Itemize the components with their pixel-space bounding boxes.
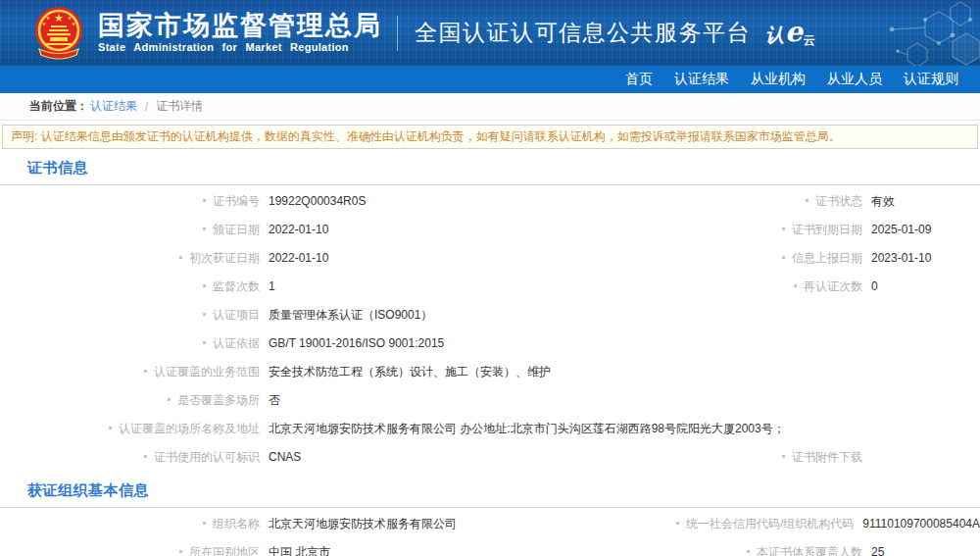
field-value-org-name: 北京天河地塬安防技术服务有限公司 bbox=[260, 510, 648, 538]
field-row: 认证覆盖的场所名称及地址 北京天河地塬安防技术服务有限公司 办公地址:北京市门头… bbox=[0, 415, 980, 443]
field-label-credit-code: 统一社会信用代码/组织机构代码 bbox=[648, 510, 854, 538]
field-row: 认证依据 GB/T 19001-2016/ISO 9001:2015 bbox=[0, 329, 980, 358]
bullet-icon bbox=[168, 398, 171, 401]
hexagon-pattern-decoration bbox=[774, 0, 980, 66]
cert-section-title: 证书信息 bbox=[27, 159, 88, 176]
label-text: 初次获证日期 bbox=[189, 251, 260, 265]
label-text: 证书附件下载 bbox=[792, 450, 862, 464]
field-row: 颁证日期 2022-01-10 证书到期日期 2025-01-09 bbox=[0, 216, 980, 244]
field-row: 认证覆盖的业务范围 安全技术防范工程（系统）设计、施工（安装）、维护 bbox=[0, 358, 980, 386]
main-nav: 首页 认证结果 从业机构 从业人员 认证规则 数 bbox=[0, 66, 980, 93]
field-row: 监督次数 1 再认证次数 0 bbox=[0, 273, 980, 301]
label-text: 认证依据 bbox=[213, 336, 260, 350]
bullet-icon bbox=[203, 341, 206, 344]
bullet-icon bbox=[109, 427, 112, 430]
field-row: 证书编号 19922Q00034R0S 证书状态 有效 bbox=[0, 187, 980, 216]
bullet-icon bbox=[782, 455, 785, 458]
field-label-people-covered: 本证书体系覆盖人数 bbox=[657, 538, 862, 556]
svg-text:★: ★ bbox=[72, 21, 76, 26]
nav-items: 首页 认证结果 从业机构 从业人员 认证规则 数 bbox=[625, 66, 980, 93]
field-value-business-scope: 安全技术防范工程（系统）设计、施工（安装）、维护 bbox=[260, 358, 980, 386]
field-value-recert-count: 0 bbox=[862, 273, 980, 301]
breadcrumb-link-cert-results[interactable]: 认证结果 bbox=[90, 98, 137, 115]
field-value-first-cert-date: 2022-01-10 bbox=[260, 244, 657, 273]
field-label-org-name: 组织名称 bbox=[0, 510, 260, 538]
bullet-icon bbox=[144, 370, 147, 373]
agency-title-block: 国家市场监督管理总局 State Administration for Mark… bbox=[98, 12, 382, 54]
label-text: 证书编号 bbox=[213, 194, 260, 208]
label-text: 认证项目 bbox=[213, 308, 260, 322]
bullet-icon bbox=[144, 455, 147, 458]
label-text: 监督次数 bbox=[213, 279, 260, 293]
nav-item-institutions[interactable]: 从业机构 bbox=[751, 71, 806, 88]
nav-item-practitioners[interactable]: 从业人员 bbox=[827, 71, 882, 88]
national-emblem-icon: ★ ★ ★ ★ ★ bbox=[32, 6, 85, 61]
org-section-title: 获证组织基本信息 bbox=[27, 481, 149, 498]
cert-fields: 证书编号 19922Q00034R0S 证书状态 有效 颁证日期 2022-01… bbox=[0, 185, 980, 472]
bullet-icon bbox=[179, 550, 182, 553]
field-label-multi-site: 是否覆盖多场所 bbox=[0, 386, 260, 415]
field-value-report-date: 2023-01-10 bbox=[862, 244, 980, 273]
cert-section-header: 证书信息 bbox=[0, 149, 980, 185]
agency-name-zh: 国家市场监督管理总局 bbox=[98, 12, 382, 39]
field-row: 证书使用的认可标识 CNAS 证书附件下载 bbox=[0, 443, 980, 472]
bullet-icon bbox=[203, 199, 206, 202]
field-label-country-region: 所在国别地区 bbox=[0, 538, 260, 556]
field-value-cert-project: 质量管理体系认证（ISO9001） bbox=[260, 301, 980, 329]
bullet-icon bbox=[782, 256, 785, 259]
breadcrumb-prefix: 当前位置： bbox=[29, 98, 88, 115]
nav-item-cert-results[interactable]: 认证结果 bbox=[674, 71, 729, 88]
field-value-issue-date: 2022-01-10 bbox=[260, 216, 657, 244]
bullet-icon bbox=[794, 284, 797, 287]
field-label-report-date: 信息上报日期 bbox=[657, 244, 862, 273]
bullet-icon bbox=[203, 227, 206, 230]
field-label-issue-date: 颁证日期 bbox=[0, 216, 260, 244]
field-label-cert-number: 证书编号 bbox=[0, 187, 260, 216]
svg-text:★: ★ bbox=[54, 12, 64, 24]
field-label-first-cert-date: 初次获证日期 bbox=[0, 244, 260, 273]
field-label-supervision-count: 监督次数 bbox=[0, 273, 260, 301]
field-value-multi-site: 否 bbox=[260, 386, 980, 415]
attachment-download-link[interactable]: 证书附件下载 bbox=[657, 443, 862, 472]
bullet-icon bbox=[203, 284, 206, 287]
org-fields: 组织名称 北京天河地塬安防技术服务有限公司 统一社会信用代码/组织机构代码 91… bbox=[0, 508, 980, 556]
field-row: 组织名称 北京天河地塬安防技术服务有限公司 统一社会信用代码/组织机构代码 91… bbox=[0, 510, 980, 538]
label-text: 所在国别地区 bbox=[189, 545, 260, 556]
site-header: ★ ★ ★ ★ ★ 国家市场监督管理总局 State Administratio… bbox=[0, 0, 980, 66]
field-value-country-region: 中国 北京市 bbox=[260, 538, 657, 556]
bullet-icon bbox=[179, 256, 182, 259]
label-text: 认证覆盖的业务范围 bbox=[154, 365, 260, 379]
field-row: 是否覆盖多场所 否 bbox=[0, 386, 980, 415]
field-value-cert-status: 有效 bbox=[862, 187, 980, 216]
field-label-accreditation-mark: 证书使用的认可标识 bbox=[0, 443, 260, 472]
label-text: 信息上报日期 bbox=[792, 251, 862, 265]
org-section-header: 获证组织基本信息 bbox=[0, 472, 980, 508]
label-text: 再认证次数 bbox=[804, 279, 862, 293]
field-value-people-covered: 25 bbox=[862, 538, 980, 556]
label-text: 证书到期日期 bbox=[792, 223, 862, 236]
bullet-icon bbox=[782, 227, 785, 230]
label-text: 组织名称 bbox=[213, 517, 260, 531]
field-value-supervision-count: 1 bbox=[260, 273, 657, 301]
breadcrumb-current: 证书详情 bbox=[156, 98, 203, 115]
header-divider bbox=[397, 16, 398, 51]
field-label-recert-count: 再认证次数 bbox=[657, 273, 862, 301]
field-value-credit-code: 91110109700085404A bbox=[854, 510, 980, 538]
bullet-icon bbox=[203, 522, 206, 525]
breadcrumb: 当前位置： 认证结果 / 证书详情 bbox=[0, 93, 980, 121]
breadcrumb-separator: / bbox=[145, 100, 148, 114]
field-label-cert-status: 证书状态 bbox=[657, 187, 862, 216]
nav-item-home[interactable]: 首页 bbox=[625, 71, 653, 88]
field-label-cert-basis: 认证依据 bbox=[0, 329, 260, 358]
field-label-site-address: 认证覆盖的场所名称及地址 bbox=[0, 415, 260, 443]
label-text: 颁证日期 bbox=[213, 223, 260, 236]
field-label-expiry-date: 证书到期日期 bbox=[657, 216, 862, 244]
nav-item-cert-rules[interactable]: 认证规则 bbox=[904, 71, 958, 88]
field-value-attachment bbox=[862, 443, 980, 472]
field-value-cert-number: 19922Q00034R0S bbox=[260, 187, 657, 216]
field-value-cert-basis: GB/T 19001-2016/ISO 9001:2015 bbox=[260, 329, 980, 358]
platform-title: 全国认证认可信息公共服务平台 bbox=[415, 18, 751, 48]
field-label-cert-project: 认证项目 bbox=[0, 301, 260, 329]
label-text: 证书状态 bbox=[815, 194, 862, 208]
field-label-business-scope: 认证覆盖的业务范围 bbox=[0, 358, 260, 386]
